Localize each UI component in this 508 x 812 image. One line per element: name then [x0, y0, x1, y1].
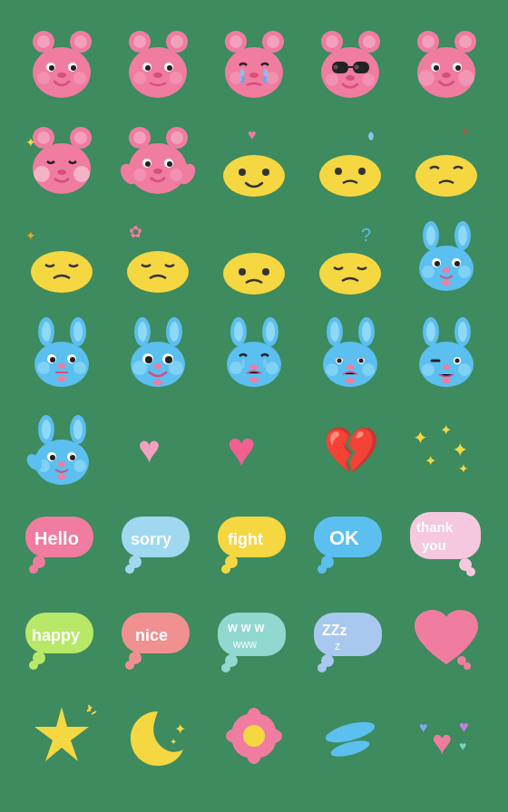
svg-point-46	[362, 73, 375, 86]
svg-point-138	[154, 363, 161, 369]
svg-text:happy: happy	[32, 626, 80, 644]
svg-point-11	[73, 72, 86, 84]
svg-point-15	[171, 35, 183, 48]
sticker-yellow-blob-question[interactable]: ?	[305, 210, 396, 301]
sticker-yellow-blob-happy-heart[interactable]: ♥	[209, 114, 299, 205]
sticker-pink-bear-shy[interactable]: ✦	[16, 114, 107, 205]
svg-point-10	[37, 72, 50, 84]
svg-point-123	[70, 357, 75, 362]
sticker-blue-bunny-cry[interactable]	[209, 306, 299, 397]
svg-point-14	[133, 35, 146, 48]
sticker-blue-bunny-happy[interactable]	[401, 210, 492, 301]
svg-point-111	[443, 267, 450, 273]
sticker-bubble-happy[interactable]: happy	[16, 594, 107, 685]
sticker-pink-bear-cry[interactable]	[209, 18, 299, 109]
sticker-pink-bear-blush[interactable]	[401, 18, 492, 109]
sticker-bubble-www[interactable]: w w w www	[209, 594, 299, 685]
svg-point-27	[267, 35, 279, 48]
svg-text:💔: 💔	[323, 423, 380, 478]
sticker-bubble-sorry[interactable]: sorry	[112, 498, 203, 589]
svg-point-151	[266, 362, 278, 374]
sticker-hearts-group[interactable]: ♥ ♥ ♥ ♥	[401, 691, 492, 781]
svg-point-49	[422, 35, 435, 48]
sticker-star-yellow[interactable]	[16, 691, 107, 781]
svg-point-158	[337, 358, 341, 362]
svg-text:✦: ✦	[440, 422, 452, 438]
sticker-bubble-ok[interactable]: OK	[305, 498, 396, 589]
sticker-yellow-blob-sweat[interactable]	[305, 114, 396, 205]
svg-text:♥: ♥	[459, 739, 466, 753]
svg-point-234	[318, 663, 327, 672]
svg-text:thank: thank	[416, 519, 454, 535]
svg-point-64	[57, 169, 66, 175]
sticker-bubble-fight[interactable]: fight	[209, 498, 299, 589]
svg-point-178	[42, 420, 51, 440]
svg-point-50	[459, 35, 472, 48]
sticker-yellow-blob-sparkle-sad[interactable]: ✦	[16, 210, 107, 301]
sticker-blue-bunny-sad[interactable]	[305, 306, 396, 397]
sticker-bubble-hello[interactable]: Hello	[16, 498, 107, 589]
svg-text:w w w: w w w	[227, 620, 265, 634]
sticker-flower-pink[interactable]	[209, 691, 299, 781]
svg-point-19	[145, 65, 151, 71]
sticker-heart-broken-blue[interactable]: 💔	[305, 402, 396, 493]
svg-text:✦: ✦	[452, 439, 468, 461]
sticker-bubble-thankyou[interactable]: thank you	[401, 498, 492, 589]
svg-point-183	[50, 455, 55, 460]
svg-marker-239	[34, 707, 89, 761]
svg-point-117	[42, 322, 51, 342]
sticker-blue-bunny-wave[interactable]	[16, 402, 107, 493]
svg-point-3	[74, 35, 87, 48]
svg-text:fight: fight	[228, 530, 263, 548]
sticker-sparkles-yellow[interactable]: ✦ ✦ ✦ ✦ ✦	[401, 402, 492, 493]
sticker-pink-bear-neutral[interactable]	[112, 18, 203, 109]
svg-point-174	[458, 363, 471, 376]
sticker-heart-small-pink[interactable]: ♥	[112, 402, 203, 493]
svg-point-145	[266, 322, 275, 342]
svg-text:✦: ✦	[25, 135, 36, 150]
sticker-bubble-zzz[interactable]: ZZz z	[305, 594, 396, 685]
svg-point-97	[223, 253, 285, 295]
svg-point-44	[346, 75, 355, 81]
svg-point-253	[243, 725, 265, 747]
sticker-yellow-blob-dots[interactable]	[209, 210, 299, 301]
sticker-bubble-nice[interactable]: nice	[112, 594, 203, 685]
svg-point-156	[362, 322, 371, 342]
sticker-stripes-blue[interactable]	[305, 691, 396, 781]
svg-point-171	[454, 358, 459, 362]
svg-point-36	[326, 35, 338, 48]
sticker-yellow-blob-flower-sad[interactable]: ✿	[112, 210, 203, 301]
sticker-heart-bubble-pink[interactable]	[401, 594, 492, 685]
sticker-pink-bear-hug[interactable]	[112, 114, 203, 205]
sticker-pink-bear-happy[interactable]	[16, 18, 107, 109]
svg-point-94	[127, 251, 189, 293]
svg-point-200	[29, 565, 38, 574]
sticker-pink-bear-sunglasses[interactable]	[305, 18, 396, 109]
svg-point-20	[167, 65, 172, 71]
sticker-blue-bunny-sleepy[interactable]	[401, 306, 492, 397]
svg-point-92	[31, 251, 93, 293]
svg-point-31	[249, 72, 259, 78]
svg-point-105	[458, 226, 467, 246]
svg-text:♥: ♥	[419, 720, 428, 735]
sticker-blue-bunny-happy2[interactable]	[112, 306, 203, 397]
svg-point-166	[426, 322, 435, 342]
svg-point-136	[145, 356, 152, 363]
svg-point-173	[422, 363, 435, 376]
svg-line-242	[92, 711, 96, 714]
sticker-blue-bunny-neutral[interactable]	[16, 306, 107, 397]
svg-point-208	[221, 565, 230, 574]
svg-point-22	[133, 72, 146, 84]
svg-point-179	[73, 420, 83, 440]
svg-text:♥: ♥	[459, 718, 469, 736]
svg-point-43	[354, 64, 358, 69]
sticker-heart-large-pink[interactable]: ♥	[209, 402, 299, 493]
sticker-yellow-blob-angry[interactable]: 〃	[401, 114, 492, 205]
svg-point-131	[138, 322, 147, 342]
sticker-moon-yellow[interactable]: ✦ ✦	[112, 691, 203, 781]
svg-point-62	[74, 131, 87, 144]
svg-text:OK: OK	[329, 527, 359, 549]
svg-text:?: ?	[361, 225, 371, 245]
svg-line-241	[89, 705, 90, 711]
svg-point-2	[37, 35, 50, 48]
